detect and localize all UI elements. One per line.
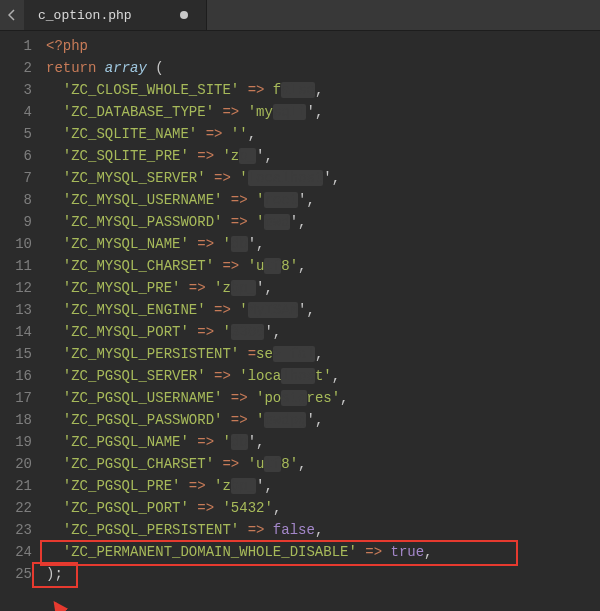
code-line: 'ZC_CLOSE_WHOLE_SITE' => false,	[46, 79, 600, 101]
code-line: 'ZC_MYSQL_PERSISTENT' =se> fal,	[46, 343, 600, 365]
code-line: 'ZC_SQLITE_PRE' => 'zb_',	[46, 145, 600, 167]
line-number: 5	[0, 123, 32, 145]
code-line: 'ZC_MYSQL_ENGINE' => 'MyISAM',	[46, 299, 600, 321]
code-line: 'ZC_DATABASE_TYPE' => 'mysqli',	[46, 101, 600, 123]
line-number: 1	[0, 35, 32, 57]
line-number: 16	[0, 365, 32, 387]
code-line: 'ZC_MYSQL_CHARSET' => 'utf8',	[46, 255, 600, 277]
line-number: 11	[0, 255, 32, 277]
code-line: 'ZC_MYSQL_PASSWORD' => 'pwd',	[46, 211, 600, 233]
line-number: 4	[0, 101, 32, 123]
line-number: 23	[0, 519, 32, 541]
code-line: 'ZC_PGSQL_CHARSET' => 'utf8',	[46, 453, 600, 475]
code-line: 'ZC_PGSQL_PRE' => 'zbp_',	[46, 475, 600, 497]
code-area[interactable]: <?phpreturn array ( 'ZC_CLOSE_WHOLE_SITE…	[40, 31, 600, 611]
code-line: 'ZC_MYSQL_PORT' => '3306',	[46, 321, 600, 343]
line-number: 25	[0, 563, 32, 585]
line-number: 14	[0, 321, 32, 343]
code-line: <?php	[46, 35, 600, 57]
code-line: 'ZC_MYSQL_USERNAME' => 'root',	[46, 189, 600, 211]
editor: 1234567891011121314151617181920212223242…	[0, 31, 600, 611]
code-line: );	[46, 563, 600, 585]
line-number: 6	[0, 145, 32, 167]
code-line: 'ZC_MYSQL_SERVER' => 'localhost',	[46, 167, 600, 189]
line-number: 17	[0, 387, 32, 409]
code-line: 'ZC_PGSQL_PERSISTENT' => false,	[46, 519, 600, 541]
tab-active[interactable]: c_option.php	[24, 0, 207, 30]
line-number: 8	[0, 189, 32, 211]
line-number: 21	[0, 475, 32, 497]
line-number: 2	[0, 57, 32, 79]
dirty-indicator-icon	[180, 11, 188, 19]
line-number: 12	[0, 277, 32, 299]
file-name: c_option.php	[38, 8, 132, 23]
line-number: 10	[0, 233, 32, 255]
line-number: 20	[0, 453, 32, 475]
nav-left-icon[interactable]	[0, 0, 24, 30]
code-line: 'ZC_SQLITE_NAME' => '',	[46, 123, 600, 145]
line-number: 24	[0, 541, 32, 563]
line-number: 13	[0, 299, 32, 321]
code-line: 'ZC_MYSQL_PRE' => 'zbp_',	[46, 277, 600, 299]
line-number: 18	[0, 409, 32, 431]
code-line: 'ZC_PGSQL_PASSWORD' => 'pwdpg',	[46, 409, 600, 431]
svg-line-0	[55, 603, 88, 611]
tab-bar: c_option.php	[0, 0, 600, 31]
line-gutter: 1234567891011121314151617181920212223242…	[0, 31, 40, 611]
code-line: 'ZC_PERMANENT_DOMAIN_WHOLE_DISABLE' => t…	[46, 541, 600, 563]
code-line: 'ZC_MYSQL_NAME' => 'db',	[46, 233, 600, 255]
line-number: 7	[0, 167, 32, 189]
line-number: 9	[0, 211, 32, 233]
code-line: 'ZC_PGSQL_NAME' => 'db',	[46, 431, 600, 453]
line-number: 3	[0, 79, 32, 101]
code-line: return array (	[46, 57, 600, 79]
code-line: 'ZC_PGSQL_PORT' => '5432',	[46, 497, 600, 519]
line-number: 19	[0, 431, 32, 453]
code-line: 'ZC_PGSQL_SERVER' => 'localhost',	[46, 365, 600, 387]
line-number: 22	[0, 497, 32, 519]
line-number: 15	[0, 343, 32, 365]
code-line: 'ZC_PGSQL_USERNAME' => 'postgres',	[46, 387, 600, 409]
